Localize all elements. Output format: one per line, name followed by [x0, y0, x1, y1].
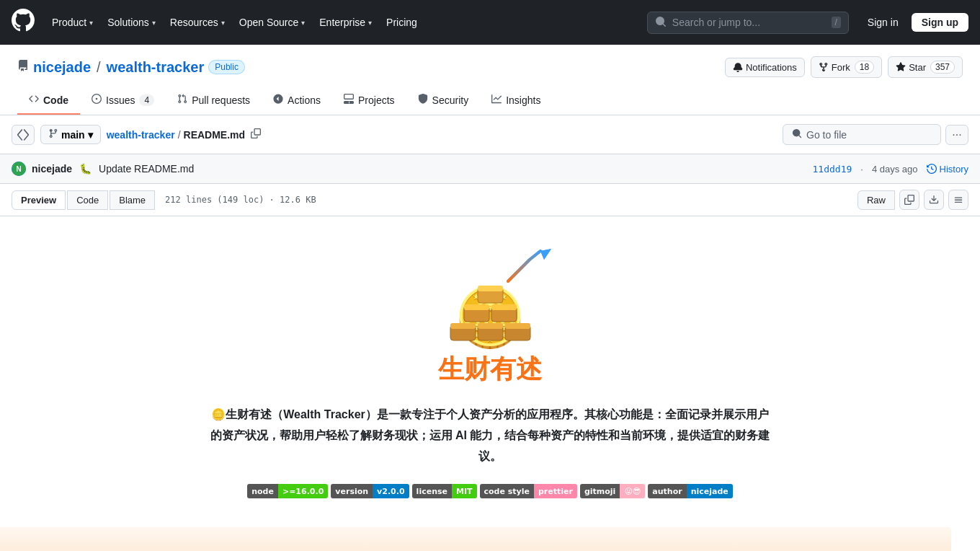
branch-selector-button[interactable]: main ▾: [40, 125, 101, 144]
svg-marker-15: [540, 249, 551, 260]
svg-rect-7: [505, 323, 530, 329]
content-toolbar: Preview Code Blame 212 lines (149 loc) ·…: [0, 184, 980, 216]
tab-issues-label: Issues: [106, 94, 135, 106]
download-button[interactable]: [924, 190, 944, 210]
header-actions: Sign in Sign up: [860, 13, 968, 32]
nav-product-label: Product: [52, 17, 86, 28]
nav-solutions[interactable]: Solutions ▾: [102, 12, 161, 32]
tab-code[interactable]: Code: [17, 87, 80, 115]
repo-header-actions: Notifications Fork 18 Star 357: [725, 56, 963, 78]
header-nav: Product ▾ Solutions ▾ Resources ▾ Open S…: [46, 12, 636, 32]
search-placeholder: Search or jump to...: [672, 17, 826, 28]
history-link[interactable]: History: [927, 164, 968, 175]
sign-up-button[interactable]: Sign up: [912, 13, 968, 32]
projects-icon: [344, 94, 354, 106]
insights-icon: [491, 94, 502, 106]
badges-row: node >=16.0.0 version v2.0.0 license MIT…: [247, 484, 733, 498]
repo-header: nicejade / wealth-tracker Public Notific…: [0, 45, 980, 115]
nav-pricing[interactable]: Pricing: [380, 12, 423, 32]
history-label: History: [940, 164, 968, 175]
main-header: Product ▾ Solutions ▾ Resources ▾ Open S…: [0, 0, 980, 45]
badge-version: version v2.0.0: [331, 484, 409, 498]
commit-author[interactable]: nicejade: [32, 163, 72, 175]
repo-icon: [17, 60, 29, 74]
repo-owner-link[interactable]: nicejade: [33, 59, 91, 76]
header-search[interactable]: Search or jump to... /: [647, 12, 849, 34]
svg-rect-13: [478, 286, 503, 291]
readme-description: 🪙生财有述（Wealth Tracker）是一款专注于个人资产分析的应用程序。其…: [209, 405, 771, 467]
nav-product[interactable]: Product ▾: [46, 12, 99, 32]
tab-issues[interactable]: Issues 4: [80, 87, 166, 115]
search-slash-badge: /: [832, 17, 841, 28]
tab-security-label: Security: [432, 94, 469, 106]
fork-button[interactable]: Fork 18: [811, 56, 882, 78]
svg-text:N: N: [16, 165, 21, 173]
badge-version-value: v2.0.0: [373, 484, 409, 498]
badge-license: license MIT: [412, 484, 477, 498]
commit-message: Update README.md: [99, 163, 194, 175]
blame-button[interactable]: Blame: [110, 190, 155, 210]
copy-raw-button[interactable]: [899, 190, 919, 210]
solutions-chevron-icon: ▾: [152, 19, 156, 27]
tab-pr-label: Pull requests: [192, 94, 250, 106]
search-icon: [792, 128, 802, 141]
tab-code-label: Code: [43, 94, 68, 106]
resources-chevron-icon: ▾: [221, 19, 225, 27]
badge-license-label: license: [412, 484, 452, 498]
badge-version-label: version: [331, 484, 373, 498]
badge-license-value: MIT: [452, 484, 477, 498]
raw-button[interactable]: Raw: [858, 190, 895, 210]
star-count: 357: [930, 61, 955, 74]
go-to-file-button[interactable]: Go to file: [783, 124, 941, 145]
nav-solutions-label: Solutions: [107, 17, 149, 28]
commit-left: N nicejade 🐛 Update README.md: [12, 162, 194, 176]
badge-node-label: node: [247, 484, 278, 498]
sidebar-toggle-button[interactable]: [12, 125, 35, 145]
file-info: 212 lines (149 loc) · 12.6 KB: [165, 195, 316, 205]
nav-resources[interactable]: Resources ▾: [164, 12, 231, 32]
commit-dot: ·: [860, 164, 863, 175]
star-button[interactable]: Star 357: [888, 56, 963, 78]
readme-gradient-footer: [0, 527, 951, 551]
tab-actions[interactable]: Actions: [262, 87, 332, 115]
breadcrumb: wealth-tracker / README.md: [107, 125, 777, 144]
breadcrumb-repo-link[interactable]: wealth-tracker: [107, 129, 175, 141]
main-content: 🪙: [0, 216, 980, 551]
tab-pull-requests[interactable]: Pull requests: [166, 87, 262, 115]
branch-icon: [48, 128, 58, 141]
commit-hash[interactable]: 11ddd19: [813, 164, 852, 175]
preview-button[interactable]: Preview: [12, 190, 66, 210]
author-avatar: N: [12, 162, 26, 176]
tab-actions-label: Actions: [288, 94, 321, 106]
breadcrumb-separator: /: [178, 129, 181, 141]
sign-in-button[interactable]: Sign in: [860, 13, 906, 32]
tab-security[interactable]: Security: [406, 87, 481, 115]
commit-emoji: 🐛: [79, 163, 92, 175]
code-button[interactable]: Code: [67, 190, 108, 210]
github-logo[interactable]: [12, 9, 35, 36]
svg-rect-5: [478, 323, 503, 329]
repo-path-separator: /: [97, 59, 101, 76]
gold-bars-svg: [447, 281, 533, 346]
nav-pricing-label: Pricing: [386, 17, 417, 28]
nav-enterprise-label: Enterprise: [319, 17, 365, 28]
badge-author-value: nicejade: [687, 484, 733, 498]
svg-rect-9: [464, 304, 489, 310]
copy-path-button[interactable]: [248, 125, 264, 144]
search-icon: [655, 16, 667, 30]
repo-title: nicejade / wealth-tracker Public: [17, 59, 245, 76]
nav-open-source[interactable]: Open Source ▾: [233, 12, 311, 32]
repo-name-link[interactable]: wealth-tracker: [107, 59, 205, 76]
list-view-button[interactable]: [948, 190, 968, 210]
fork-count: 18: [855, 61, 874, 74]
svg-rect-11: [491, 304, 517, 310]
more-options-button[interactable]: ···: [945, 125, 968, 145]
tab-projects[interactable]: Projects: [332, 87, 406, 115]
more-options-icon: ···: [952, 128, 961, 141]
tab-insights[interactable]: Insights: [480, 87, 552, 115]
notifications-button[interactable]: Notifications: [725, 58, 805, 77]
go-to-file-label: Go to file: [806, 129, 847, 141]
nav-enterprise[interactable]: Enterprise ▾: [313, 12, 378, 32]
hero-image: 🪙: [432, 245, 548, 346]
trend-arrow-svg: [504, 245, 555, 288]
